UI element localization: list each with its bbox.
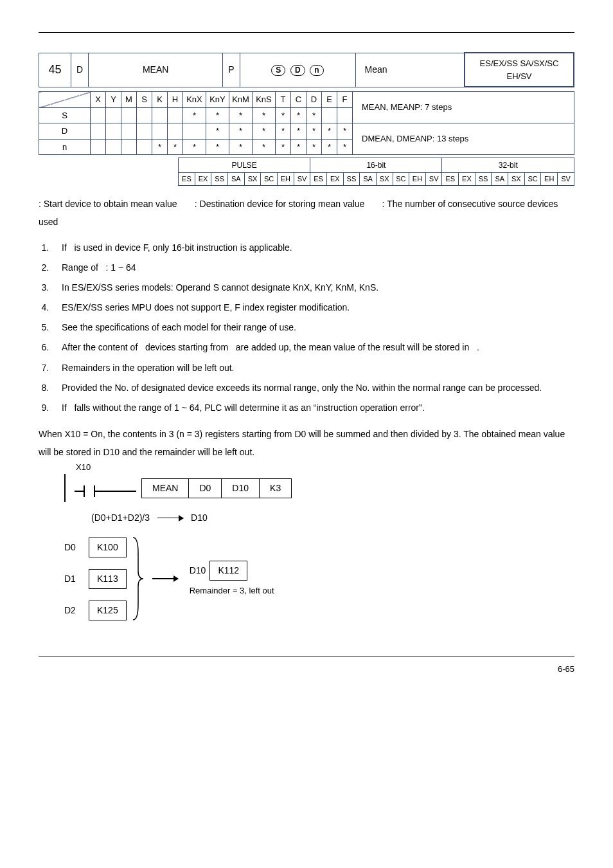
list-item: If falls without the range of 1 ~ 64, PL… <box>51 400 574 416</box>
page-footer: 6-65 <box>39 656 574 676</box>
reg-label-d2: D2 <box>64 604 82 617</box>
operand-symbols: S D n <box>240 53 355 87</box>
col-KnY: KnY <box>206 92 229 108</box>
operand-s-symbol: S <box>271 65 285 76</box>
result-value: K112 <box>209 561 247 581</box>
col-K: K <box>152 92 168 108</box>
col-H: H <box>168 92 183 108</box>
list-item: See the specifications of each model for… <box>51 320 574 336</box>
col-KnX: KnX <box>183 92 206 108</box>
p-column: P <box>223 53 240 87</box>
instruction-name: MEAN <box>89 53 223 87</box>
inst-d0: D0 <box>188 479 221 498</box>
operand-grid-table: X Y M S K H KnX KnY KnM KnS T C D E F ME… <box>39 91 574 155</box>
instruction-description: Mean <box>355 53 465 87</box>
formula-result: D10 <box>191 511 208 525</box>
reg-value-d1: K113 <box>89 569 127 589</box>
col-KnM: KnM <box>229 92 253 108</box>
supported-models: ES/EX/SS SA/SX/SC EH/SV <box>465 53 574 87</box>
col-F: F <box>337 92 353 108</box>
col-T: T <box>276 92 291 108</box>
remainder-text: Remainder = 3, left out <box>190 584 274 597</box>
inst-mean: MEAN <box>142 479 188 498</box>
diagonal-cell <box>39 92 91 108</box>
bit16-head: 16-bit <box>310 158 442 173</box>
row-D: D <box>39 123 91 140</box>
ladder-diagram: X10 MEAN D0 D10 K3 (D0+D1+D2)/3 D10 D0 <box>64 474 574 624</box>
operand-n-symbol: n <box>310 65 323 76</box>
inst-k3: K3 <box>259 479 291 498</box>
inst-d10: D10 <box>221 479 259 498</box>
steps-mean: MEAN, MEANP: 7 steps <box>353 92 574 123</box>
col-X: X <box>91 92 106 108</box>
reg-value-d0: K100 <box>89 538 127 557</box>
list-item: Remainders in the operation will be left… <box>51 360 574 376</box>
list-item: In ES/EX/SS series models: Operand S can… <box>51 280 574 296</box>
api-number: 45 <box>39 53 71 87</box>
list-item: After the content of devices starting fr… <box>51 339 574 356</box>
example-description: When X10 = On, the contents in 3 (n = 3)… <box>39 425 574 461</box>
instruction-boxes: MEAN D0 D10 K3 <box>141 478 292 498</box>
arrow-icon <box>157 518 183 519</box>
bit32-head: 32-bit <box>442 158 574 173</box>
operand-d-symbol: D <box>290 65 305 76</box>
arrow-icon <box>152 578 178 579</box>
list-item: ES/EX/SS series MPU does not support E, … <box>51 300 574 316</box>
row-S: S <box>39 107 91 123</box>
explanation-list: If is used in device F, only 16-bit inst… <box>39 240 574 417</box>
contact-label: X10 <box>76 461 91 474</box>
list-item: If is used in device F, only 16-bit inst… <box>51 240 574 256</box>
instruction-header-table: 45 D MEAN P S D n Mean ES/EX/SS SA/SX/SC… <box>39 52 574 87</box>
reg-value-d2: K125 <box>89 601 127 620</box>
steps-dmean: DMEAN, DMEANP: 13 steps <box>353 123 574 155</box>
col-C: C <box>291 92 306 108</box>
col-E: E <box>322 92 337 108</box>
col-D: D <box>306 92 322 108</box>
col-S: S <box>137 92 152 108</box>
pulse-head: PULSE <box>179 158 310 173</box>
result-reg: D10 <box>190 564 206 577</box>
brace-icon <box>129 534 146 624</box>
reg-label-d1: D1 <box>64 572 82 586</box>
formula-text: (D0+D1+D2)/3 <box>91 511 150 525</box>
operands-description: : Start device to obtain mean value : De… <box>39 195 574 231</box>
col-Y: Y <box>106 92 121 108</box>
col-KnS: KnS <box>253 92 276 108</box>
pulse-table: PULSE 16-bit 32-bit ES EX SS SA SX SC EH… <box>39 158 574 186</box>
d-column: D <box>71 53 89 87</box>
list-item: Provided the No. of designated device ex… <box>51 380 574 396</box>
list-item: Range of : 1 ~ 64 <box>51 260 574 276</box>
reg-label-d0: D0 <box>64 541 82 554</box>
row-n: n <box>39 139 91 155</box>
col-M: M <box>121 92 137 108</box>
